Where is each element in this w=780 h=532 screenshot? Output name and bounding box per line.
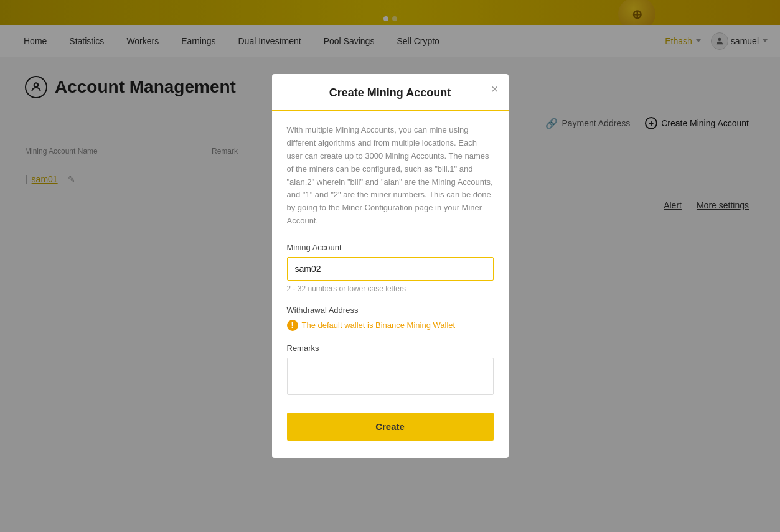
withdrawal-warning-text: The default wallet is Binance Mining Wal…	[302, 320, 456, 330]
withdrawal-address-label: Withdrawal Address	[287, 306, 494, 315]
modal-title: Create Mining Account	[329, 86, 451, 99]
remarks-input[interactable]	[287, 358, 494, 395]
modal-description: With multiple Mining Accounts, you can m…	[287, 124, 494, 227]
remarks-label: Remarks	[287, 343, 494, 353]
create-mining-account-modal: Create Mining Account × With multiple Mi…	[272, 74, 509, 457]
modal-header: Create Mining Account	[272, 74, 509, 111]
warning-icon: !	[287, 320, 298, 331]
modal-body: With multiple Mining Accounts, you can m…	[272, 111, 509, 457]
create-button[interactable]: Create	[287, 413, 494, 441]
mining-account-input[interactable]	[287, 257, 494, 281]
modal-overlay: Create Mining Account × With multiple Mi…	[0, 0, 780, 532]
mining-account-label: Mining Account	[287, 243, 494, 252]
withdrawal-warning: ! The default wallet is Binance Mining W…	[287, 320, 494, 331]
modal-close-button[interactable]: ×	[491, 83, 499, 95]
mining-account-hint: 2 - 32 numbers or lower case letters	[287, 284, 494, 293]
